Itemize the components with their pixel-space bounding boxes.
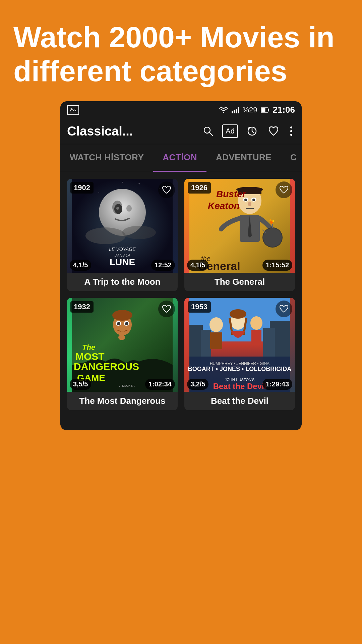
- svg-point-74: [209, 317, 223, 332]
- movie-card-1[interactable]: LE VOYAGE DANS LA LUNE 1902 4,1/5 12:52 …: [67, 179, 178, 291]
- wifi-icon: [219, 106, 228, 114]
- svg-line-10: [209, 132, 213, 136]
- svg-text:MOST: MOST: [75, 351, 105, 362]
- duration-badge-2: 1:15:52: [262, 260, 292, 271]
- image-icon: [67, 105, 79, 115]
- svg-point-45: [263, 228, 282, 247]
- search-button[interactable]: [201, 124, 216, 139]
- svg-point-62: [118, 335, 125, 340]
- year-badge-1: 1902: [70, 182, 94, 194]
- svg-text:LE VOYAGE: LE VOYAGE: [109, 247, 136, 252]
- svg-text:BOGART • JONES • LOLLOBRIGIDA: BOGART • JONES • LOLLOBRIGIDA: [188, 366, 292, 372]
- svg-point-15: [290, 134, 292, 136]
- year-badge-2: 1926: [188, 182, 211, 194]
- app-title: Classical...: [67, 124, 194, 139]
- phone-frame: %29 21:06 Classical... Ad: [60, 101, 302, 430]
- svg-point-57: [112, 310, 132, 321]
- more-button[interactable]: [288, 124, 295, 139]
- svg-point-13: [290, 126, 292, 128]
- history-button[interactable]: [245, 124, 259, 139]
- svg-point-14: [290, 130, 292, 132]
- tab-adventure[interactable]: ADVENTURE: [206, 144, 281, 172]
- svg-point-47: [270, 221, 273, 224]
- tab-more[interactable]: C: [281, 144, 302, 172]
- movie-title-2: The General: [184, 273, 295, 291]
- movie-poster-2: Buster Keaton the General 1926 4,1/5 1:1…: [184, 179, 295, 273]
- svg-point-39: [252, 199, 255, 201]
- ad-button[interactable]: Ad: [222, 124, 238, 138]
- movie-card-2[interactable]: Buster Keaton the General 1926 4,1/5 1:1…: [184, 179, 295, 291]
- duration-badge-1: 12:52: [151, 260, 175, 271]
- rating-badge-4: 3,2/5: [187, 379, 208, 390]
- svg-point-27: [85, 227, 126, 244]
- app-bar: Classical... Ad: [60, 118, 302, 144]
- svg-point-60: [117, 322, 120, 325]
- svg-rect-75: [210, 332, 222, 349]
- movie-title-4: Beat the Devil: [184, 392, 295, 410]
- svg-point-19: [139, 183, 140, 184]
- svg-point-49: [273, 220, 274, 222]
- tab-action[interactable]: ACTİON: [153, 144, 206, 172]
- rating-badge-1: 4,1/5: [70, 260, 91, 271]
- movie-grid: LE VOYAGE DANS LA LUNE 1902 4,1/5 12:52 …: [60, 172, 302, 417]
- movie-card-4[interactable]: HUMPHREY • JENNIFER • GINA BOGART • JONE…: [184, 298, 295, 410]
- svg-text:The: The: [82, 343, 95, 352]
- duration-badge-3: 1:02:34: [145, 379, 175, 390]
- status-bar: %29 21:06: [60, 101, 302, 118]
- promo-header: Watch 2000+ Movies in different categori…: [0, 0, 362, 101]
- movie-title-1: A Trip to the Moon: [67, 273, 178, 291]
- svg-point-24: [126, 205, 132, 212]
- tabs-bar: WATCH HİSTORY ACTİON ADVENTURE C: [60, 144, 302, 172]
- movie-card-3[interactable]: The MOST DANGEROUS GAME J. McCREA 1932 3…: [67, 298, 178, 410]
- svg-text:DANGEROUS: DANGEROUS: [74, 361, 139, 372]
- svg-rect-3: [234, 110, 235, 113]
- movie-poster-4: HUMPHREY • JENNIFER • GINA BOGART • JONE…: [184, 298, 295, 392]
- battery-percent: %29: [242, 106, 257, 114]
- svg-point-79: [230, 309, 246, 319]
- svg-point-26: [116, 207, 119, 210]
- svg-text:Buster: Buster: [216, 189, 247, 199]
- svg-rect-8: [261, 108, 265, 112]
- svg-rect-7: [268, 109, 269, 111]
- svg-text:Keaton: Keaton: [208, 201, 240, 211]
- movie-meta-3: 3,5/5 1:02:34: [67, 377, 178, 392]
- tab-watch-history[interactable]: WATCH HİSTORY: [60, 144, 153, 172]
- favorite-button[interactable]: [266, 124, 281, 139]
- bottom-padding: [60, 417, 302, 430]
- duration-badge-4: 1:29:43: [262, 379, 292, 390]
- time-display: 21:06: [273, 105, 295, 115]
- movie-title-3: The Most Dangerous: [67, 392, 178, 410]
- svg-point-40: [248, 202, 251, 206]
- svg-text:HUMPHREY • JENNIFER • GINA: HUMPHREY • JENNIFER • GINA: [210, 361, 269, 366]
- rating-badge-2: 4,1/5: [187, 260, 208, 271]
- status-right: %29 21:06: [219, 105, 295, 115]
- status-left: [67, 105, 79, 115]
- rating-badge-3: 3,5/5: [70, 379, 91, 390]
- svg-point-48: [269, 219, 272, 221]
- year-badge-4: 1953: [188, 301, 211, 313]
- svg-point-18: [99, 192, 99, 193]
- signal-icon: [232, 107, 239, 113]
- svg-rect-4: [236, 109, 237, 113]
- movie-meta-1: 4,1/5 12:52: [67, 258, 178, 273]
- movie-meta-2: 4,1/5 1:15:52: [184, 258, 295, 273]
- svg-point-28: [122, 226, 156, 239]
- year-badge-3: 1932: [70, 301, 94, 313]
- svg-rect-2: [232, 111, 233, 113]
- svg-rect-5: [238, 107, 239, 113]
- svg-point-61: [125, 322, 128, 325]
- movie-poster-1: LE VOYAGE DANS LA LUNE 1902 4,1/5 12:52: [67, 179, 178, 273]
- svg-point-21: [122, 182, 123, 182]
- movie-meta-4: 3,2/5 1:29:43: [184, 377, 295, 392]
- promo-title: Watch 2000+ Movies in different categori…: [13, 20, 349, 88]
- battery-icon: [261, 107, 269, 113]
- svg-point-76: [250, 316, 262, 330]
- movie-poster-3: The MOST DANGEROUS GAME J. McCREA 1932 3…: [67, 298, 178, 392]
- svg-rect-77: [251, 330, 261, 345]
